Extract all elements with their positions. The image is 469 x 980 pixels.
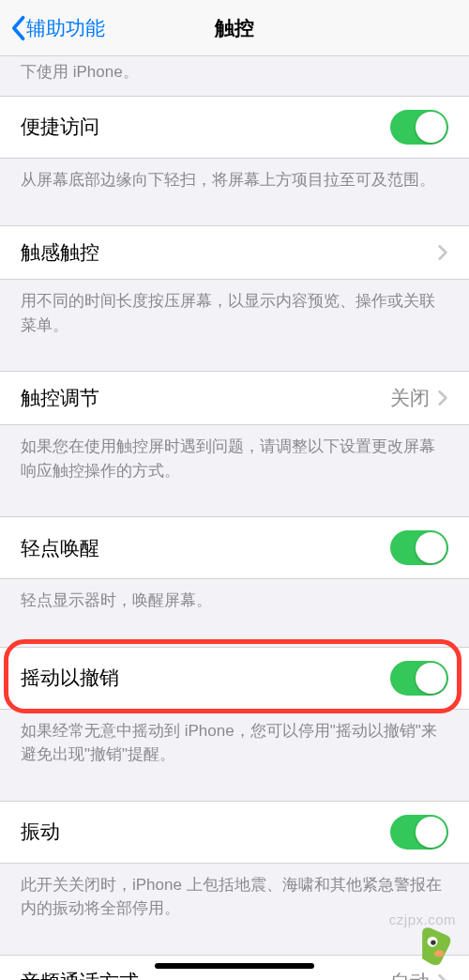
row-touch-accommodations[interactable]: 触控调节 关闭: [0, 371, 469, 425]
chevron-left-icon: [9, 15, 26, 41]
truncated-footer: 下使用 iPhone。: [0, 56, 469, 96]
footer-touch-accommodations: 如果您在使用触控屏时遇到问题，请调整以下设置更改屏幕响应触控操作的方式。: [0, 425, 469, 498]
row-label: 轻点唤醒: [21, 535, 390, 561]
back-button[interactable]: 辅助功能: [9, 15, 105, 41]
watermark-text: czjpx.com: [389, 911, 456, 927]
row-haptic-touch[interactable]: 触感触控: [0, 225, 469, 280]
nav-bar: 辅助功能 触控: [0, 0, 469, 56]
row-value: 自动: [390, 969, 430, 980]
row-value: 关闭: [390, 385, 430, 411]
row-tap-to-wake[interactable]: 轻点唤醒: [0, 516, 469, 579]
footer-shake-to-undo: 如果经常无意中摇动到 iPhone，您可以停用"摇动以撤销"来避免出现"撤销"提…: [0, 710, 469, 782]
chevron-right-icon: [437, 973, 448, 980]
switch-shake-to-undo[interactable]: [390, 661, 448, 696]
footer-reachability: 从屏幕底部边缘向下轻扫，将屏幕上方项目拉至可及范围。: [0, 159, 469, 207]
row-reachability[interactable]: 便捷访问: [0, 96, 469, 159]
switch-vibration[interactable]: [390, 815, 448, 850]
chevron-right-icon: [437, 390, 448, 406]
row-shake-to-undo[interactable]: 摇动以撤销: [0, 647, 469, 710]
row-label: 音频通话方式: [21, 969, 390, 980]
row-label: 便捷访问: [21, 114, 390, 140]
footer-tap-to-wake: 轻点显示器时，唤醒屏幕。: [0, 579, 469, 628]
footer-haptic-touch: 用不同的时间长度按压屏幕，以显示内容预览、操作或关联菜单。: [0, 280, 469, 352]
switch-tap-to-wake[interactable]: [390, 530, 448, 565]
home-indicator[interactable]: [155, 963, 314, 969]
row-label: 触感触控: [21, 239, 437, 266]
switch-reachability[interactable]: [390, 110, 448, 145]
chevron-right-icon: [437, 244, 448, 261]
row-label: 振动: [21, 819, 390, 845]
row-vibration[interactable]: 振动: [0, 801, 469, 864]
row-label: 触控调节: [21, 385, 390, 411]
row-label: 摇动以撤销: [21, 665, 390, 691]
back-label: 辅助功能: [26, 15, 105, 41]
